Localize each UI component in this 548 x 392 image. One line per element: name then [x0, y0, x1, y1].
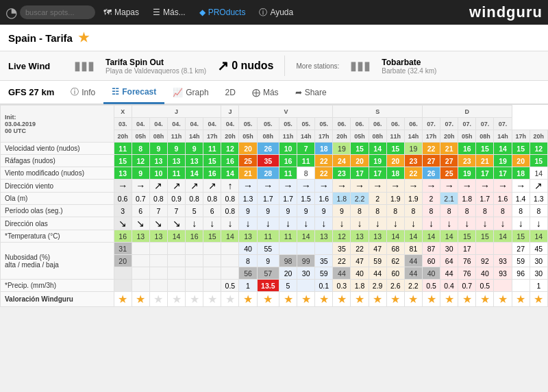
livewind-bar: Live Wind ▮▮▮ Tarifa Spin Out Playa de V… — [0, 51, 548, 81]
date-04e: 04. — [203, 118, 221, 130]
vm17: 22 — [404, 167, 422, 180]
v20: 16 — [458, 143, 476, 155]
do22: ↓ — [494, 217, 512, 230]
ola-row: Ola (m) 0.6 0.7 0.8 0.9 0.8 0.8 0.8 1.3 … — [1, 193, 548, 205]
d21: → — [476, 180, 494, 193]
star12: ★ — [315, 292, 333, 307]
star23: ★ — [512, 292, 530, 307]
tab-mas[interactable]: ⨁ Más — [244, 82, 287, 103]
p20: 8 — [458, 205, 476, 217]
v3: 9 — [149, 143, 167, 155]
o17: 1.9 — [404, 193, 422, 205]
location-title: Spain - Tarifa — [8, 32, 73, 44]
day-j1: J — [132, 106, 221, 118]
nav-ayuda[interactable]: ⓘ Ayuda — [253, 0, 299, 25]
t19: 14 — [440, 230, 458, 243]
star22: ★ — [494, 292, 512, 307]
o5: 0.8 — [186, 193, 203, 205]
date-07c: 07. — [458, 118, 476, 130]
t7: 14 — [221, 230, 239, 243]
pr16: 2.6 — [386, 280, 404, 292]
d2: → — [132, 180, 149, 193]
star-icon: ★ — [534, 293, 543, 305]
tobarbate-sub: Barbate (32.4 km) — [382, 67, 436, 75]
nm3 — [149, 255, 167, 267]
t24: 14 — [530, 230, 547, 243]
nb19: 44 — [440, 267, 458, 280]
t5: 16 — [186, 230, 203, 243]
nub-alta-row: Nubosidad (%)alta / media / baja 31 40 5… — [1, 243, 548, 255]
tobarbate-name: Tobarbate — [382, 58, 436, 67]
star-icon: ★ — [480, 293, 490, 305]
pr1 — [114, 280, 132, 292]
h-11h3: 11h — [386, 130, 404, 143]
tab-forecast[interactable]: ☷ Forecast — [103, 82, 164, 104]
search-input[interactable] — [20, 5, 95, 19]
tab-2d[interactable]: 2D — [217, 82, 244, 103]
vm24: 14 — [530, 167, 547, 180]
na16: 68 — [386, 243, 404, 255]
h-17h: 17h — [203, 130, 221, 143]
r16: 20 — [386, 155, 404, 167]
p7: 0.8 — [221, 205, 239, 217]
d18: → — [422, 180, 440, 193]
nav-mapas[interactable]: 🗺 Mapas — [98, 0, 145, 25]
star-icon: ★ — [445, 293, 454, 305]
d16: → — [386, 180, 404, 193]
pr15: 2.9 — [369, 280, 386, 292]
star-icon: ★ — [243, 293, 253, 305]
model-label: GFS 27 km — [8, 82, 54, 103]
nm21: 92 — [476, 255, 494, 267]
star17: ★ — [404, 292, 422, 307]
tab-graph[interactable]: 📈 Graph — [164, 82, 216, 103]
do19: ↓ — [440, 217, 458, 230]
nm10: 98 — [279, 255, 297, 267]
nav-mas[interactable]: ☰ Más... — [147, 0, 191, 25]
d4: ↗ — [167, 180, 185, 193]
tab-share[interactable]: ➦ Share — [287, 82, 335, 103]
nb7 — [221, 267, 239, 280]
do11: ↓ — [297, 217, 315, 230]
pr17: 2.2 — [404, 280, 422, 292]
date-06d: 06. — [386, 118, 404, 130]
v9: 26 — [257, 143, 279, 155]
pr11 — [297, 280, 315, 292]
do24: ↓ — [530, 217, 547, 230]
d23: → — [512, 180, 530, 193]
na6 — [203, 243, 221, 255]
p6: 6 — [203, 205, 221, 217]
h-20h3: 20h — [333, 130, 351, 143]
tab-info[interactable]: ⓘ Info — [62, 81, 103, 103]
r5: 13 — [186, 155, 203, 167]
vm20: 19 — [458, 167, 476, 180]
precip-label: *Precip. (mm/3h) — [1, 280, 114, 292]
pr12: 0.1 — [315, 280, 333, 292]
star3: ★ — [149, 292, 167, 307]
r21: 21 — [476, 155, 494, 167]
t9: 11 — [257, 230, 279, 243]
favorite-star[interactable]: ★ — [78, 30, 89, 45]
v7: 12 — [221, 143, 239, 155]
nm1: 20 — [114, 255, 132, 267]
nb16: 60 — [386, 267, 404, 280]
date-05e: 05. — [315, 118, 333, 130]
r3: 13 — [149, 155, 167, 167]
nav-products[interactable]: ◆ PROducts — [194, 0, 251, 25]
pr2 — [132, 280, 149, 292]
vm23: 18 — [512, 167, 530, 180]
forecast-container: Init: 03.04.2019 00 UTC X J J V S D 03. … — [0, 105, 548, 307]
na1: 31 — [114, 243, 132, 255]
nb2 — [132, 267, 149, 280]
na15: 47 — [369, 243, 386, 255]
star-icon: ★ — [319, 293, 329, 305]
vm10: 11 — [279, 167, 297, 180]
star-icon: ★ — [390, 293, 400, 305]
h-08h4: 08h — [476, 130, 494, 143]
o8: 1.3 — [239, 193, 257, 205]
t15: 13 — [369, 230, 386, 243]
r18: 27 — [422, 155, 440, 167]
do18: ↓ — [422, 217, 440, 230]
nm20: 76 — [458, 255, 476, 267]
forecast-table: Init: 03.04.2019 00 UTC X J J V S D 03. … — [0, 105, 548, 307]
r12: 22 — [315, 155, 333, 167]
